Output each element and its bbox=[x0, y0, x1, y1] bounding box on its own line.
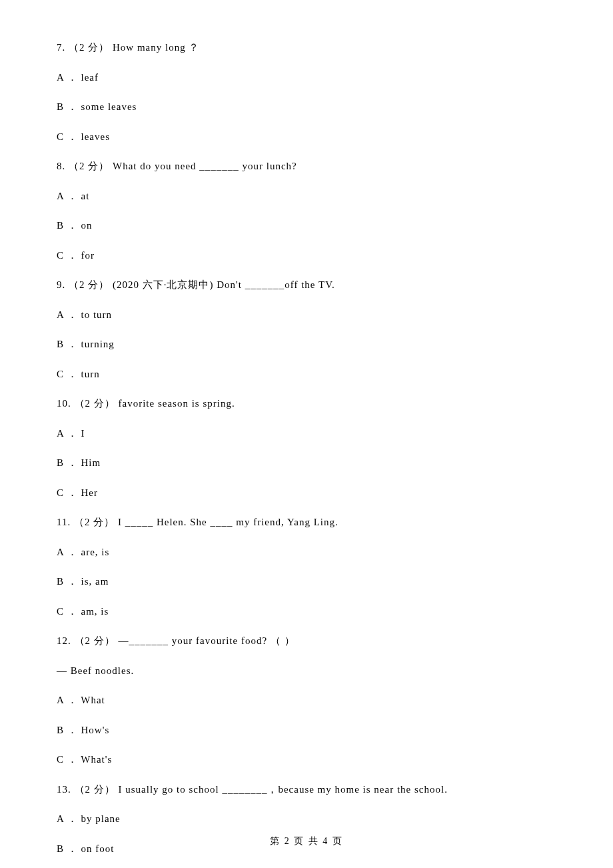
option-text: to turn bbox=[81, 309, 113, 320]
option-label: A ． bbox=[57, 547, 78, 557]
option-label: A ． bbox=[57, 191, 78, 201]
option-text: turning bbox=[81, 339, 115, 349]
option-label: C ． bbox=[57, 606, 78, 617]
option-text: What bbox=[81, 695, 105, 705]
question-points: （2 分） bbox=[69, 279, 109, 290]
option-text: turn bbox=[81, 369, 100, 379]
option-label: B ． bbox=[57, 725, 78, 735]
option-a[interactable]: A ． leaf bbox=[57, 70, 556, 85]
option-label: A ． bbox=[57, 695, 78, 705]
option-c[interactable]: C ． What's bbox=[57, 752, 556, 767]
question-stem: 7. （2 分） How many long ？ bbox=[57, 40, 556, 55]
question-number: 8. bbox=[57, 161, 65, 171]
question-text: I usually go to school ________，because … bbox=[119, 784, 448, 795]
option-label: A ． bbox=[57, 428, 78, 439]
question-stem: 10. （2 分） favorite season is spring. bbox=[57, 396, 556, 411]
question-text: I _____ Helen. She ____ my friend, Yang … bbox=[118, 517, 338, 527]
question-stem: 8. （2 分） What do you need _______ your l… bbox=[57, 159, 556, 174]
option-a[interactable]: A ． by plane bbox=[57, 811, 556, 827]
option-text: How's bbox=[81, 725, 110, 735]
option-a[interactable]: A ． I bbox=[57, 426, 556, 441]
question-number: 10. bbox=[57, 398, 71, 409]
option-text: I bbox=[81, 428, 85, 439]
question-text: How many long ？ bbox=[113, 42, 199, 53]
option-b[interactable]: B ． on bbox=[57, 218, 556, 233]
option-text: Her bbox=[81, 487, 99, 498]
question-followup: — Beef noodles. bbox=[57, 663, 556, 679]
question-7: 7. （2 分） How many long ？ A ． leaf B ． so… bbox=[57, 40, 556, 144]
question-13: 13. （2 分） I usually go to school _______… bbox=[57, 782, 556, 869]
question-stem: 13. （2 分） I usually go to school _______… bbox=[57, 782, 556, 797]
option-a[interactable]: A ． What bbox=[57, 693, 556, 708]
option-label: B ． bbox=[57, 220, 78, 231]
question-points: （2 分） bbox=[74, 517, 115, 527]
option-text: What's bbox=[81, 754, 112, 765]
question-10: 10. （2 分） favorite season is spring. A ．… bbox=[57, 396, 556, 500]
option-a[interactable]: A ． to turn bbox=[57, 307, 556, 323]
page-footer: 第 2 页 共 4 页 bbox=[0, 834, 613, 848]
option-text: some leaves bbox=[81, 101, 137, 112]
question-9: 9. （2 分） (2020 六下·北京期中) Don't _______off… bbox=[57, 277, 556, 381]
option-b[interactable]: B ． How's bbox=[57, 723, 556, 738]
option-label: C ． bbox=[57, 754, 78, 765]
option-b[interactable]: B ． is, am bbox=[57, 574, 556, 589]
option-label: A ． bbox=[57, 309, 78, 320]
option-text: are, is bbox=[81, 547, 110, 557]
option-text: leaves bbox=[81, 131, 110, 142]
option-label: C ． bbox=[57, 250, 78, 261]
question-number: 9. bbox=[57, 279, 65, 290]
question-stem: 11. （2 分） I _____ Helen. She ____ my fri… bbox=[57, 515, 556, 530]
option-text: for bbox=[81, 250, 95, 261]
option-c[interactable]: C ． turn bbox=[57, 367, 556, 382]
option-label: C ． bbox=[57, 131, 78, 142]
option-text: am, is bbox=[81, 606, 109, 617]
question-12: 12. （2 分） —_______ your favourite food? … bbox=[57, 633, 556, 767]
option-text: Him bbox=[81, 457, 101, 468]
question-8: 8. （2 分） What do you need _______ your l… bbox=[57, 159, 556, 263]
option-label: B ． bbox=[57, 457, 78, 468]
question-text: —_______ your favourite food? （ ） bbox=[119, 635, 295, 646]
question-points: （2 分） bbox=[69, 161, 109, 171]
option-a[interactable]: A ． at bbox=[57, 189, 556, 204]
question-points: （2 分） bbox=[75, 635, 115, 646]
question-11: 11. （2 分） I _____ Helen. She ____ my fri… bbox=[57, 515, 556, 619]
option-label: B ． bbox=[57, 576, 78, 587]
option-text: by plane bbox=[81, 813, 121, 824]
question-points: （2 分） bbox=[75, 398, 115, 409]
question-number: 13. bbox=[57, 784, 71, 795]
option-c[interactable]: C ． am, is bbox=[57, 604, 556, 619]
question-number: 7. bbox=[57, 42, 65, 53]
option-label: B ． bbox=[57, 339, 78, 349]
option-text: at bbox=[81, 191, 90, 201]
question-number: 11. bbox=[57, 517, 71, 527]
question-text: favorite season is spring. bbox=[119, 398, 235, 409]
question-points: （2 分） bbox=[69, 42, 109, 53]
question-points: （2 分） bbox=[75, 784, 115, 795]
question-text: (2020 六下·北京期中) Don't _______off the TV. bbox=[113, 279, 335, 290]
option-c[interactable]: C ． for bbox=[57, 248, 556, 263]
option-text: on bbox=[81, 220, 93, 231]
question-number: 12. bbox=[57, 635, 71, 646]
question-text: What do you need _______ your lunch? bbox=[113, 161, 297, 171]
question-stem: 9. （2 分） (2020 六下·北京期中) Don't _______off… bbox=[57, 277, 556, 293]
option-label: A ． bbox=[57, 72, 78, 83]
question-stem: 12. （2 分） —_______ your favourite food? … bbox=[57, 633, 556, 649]
option-label: A ． bbox=[57, 813, 78, 824]
option-label: C ． bbox=[57, 369, 78, 379]
option-text: leaf bbox=[81, 72, 99, 83]
option-label: C ． bbox=[57, 487, 78, 498]
option-b[interactable]: B ． turning bbox=[57, 337, 556, 352]
option-a[interactable]: A ． are, is bbox=[57, 545, 556, 560]
option-label: B ． bbox=[57, 101, 78, 112]
option-text: is, am bbox=[81, 576, 109, 587]
option-c[interactable]: C ． Her bbox=[57, 485, 556, 501]
option-b[interactable]: B ． Him bbox=[57, 455, 556, 471]
option-b[interactable]: B ． some leaves bbox=[57, 99, 556, 115]
option-c[interactable]: C ． leaves bbox=[57, 129, 556, 145]
